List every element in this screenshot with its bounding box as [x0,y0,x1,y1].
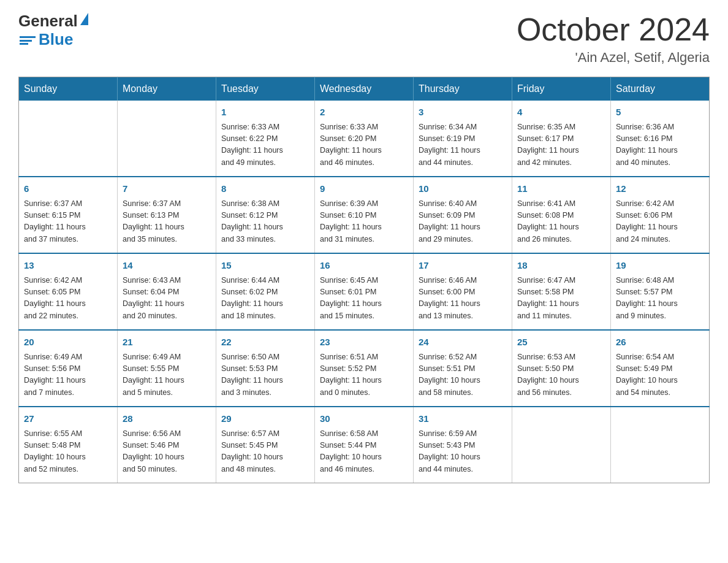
day-number: 11 [517,182,605,196]
day-info: Sunrise: 6:36 AM Sunset: 6:16 PM Dayligh… [616,121,704,169]
page-subtitle: 'Ain Azel, Setif, Algeria [517,50,710,66]
calendar-cell: 22Sunrise: 6:50 AM Sunset: 5:53 PM Dayli… [216,330,315,407]
calendar-cell: 2Sunrise: 6:33 AM Sunset: 6:20 PM Daylig… [315,101,414,177]
logo-blue-text: Blue [39,30,73,49]
calendar-cell: 31Sunrise: 6:59 AM Sunset: 5:43 PM Dayli… [414,407,512,483]
calendar-cell [512,407,611,483]
day-number: 24 [419,335,507,350]
day-number: 9 [320,182,408,196]
weekday-header-saturday: Saturday [611,77,710,101]
logo-bars-icon [20,36,36,45]
calendar-cell: 11Sunrise: 6:41 AM Sunset: 6:08 PM Dayli… [512,177,611,253]
calendar-cell: 7Sunrise: 6:37 AM Sunset: 6:13 PM Daylig… [118,177,216,253]
day-info: Sunrise: 6:44 AM Sunset: 6:02 PM Dayligh… [221,275,309,323]
day-number: 21 [123,335,211,350]
day-info: Sunrise: 6:58 AM Sunset: 5:44 PM Dayligh… [320,428,408,476]
page-header: General Blue October 2024 'Ain Azel, Set… [18,12,710,66]
calendar-cell [19,101,118,177]
logo: General Blue [18,12,88,49]
logo-triangle-icon [80,13,88,25]
calendar-cell: 14Sunrise: 6:43 AM Sunset: 6:04 PM Dayli… [118,253,216,330]
calendar-cell: 12Sunrise: 6:42 AM Sunset: 6:06 PM Dayli… [611,177,710,253]
calendar-week-row: 27Sunrise: 6:55 AM Sunset: 5:48 PM Dayli… [19,407,710,483]
calendar-cell: 4Sunrise: 6:35 AM Sunset: 6:17 PM Daylig… [512,101,611,177]
day-info: Sunrise: 6:55 AM Sunset: 5:48 PM Dayligh… [24,428,112,476]
day-number: 15 [221,259,309,273]
day-info: Sunrise: 6:52 AM Sunset: 5:51 PM Dayligh… [419,351,507,399]
weekday-header-thursday: Thursday [414,77,512,101]
calendar-week-row: 20Sunrise: 6:49 AM Sunset: 5:56 PM Dayli… [19,330,710,407]
calendar-cell [611,407,710,483]
weekday-header-sunday: Sunday [19,77,118,101]
calendar-cell: 25Sunrise: 6:53 AM Sunset: 5:50 PM Dayli… [512,330,611,407]
day-info: Sunrise: 6:51 AM Sunset: 5:52 PM Dayligh… [320,351,408,399]
weekday-header-monday: Monday [118,77,216,101]
day-info: Sunrise: 6:45 AM Sunset: 6:01 PM Dayligh… [320,275,408,323]
day-number: 19 [616,259,704,273]
day-number: 29 [221,412,309,426]
day-info: Sunrise: 6:33 AM Sunset: 6:22 PM Dayligh… [221,121,309,169]
day-number: 4 [517,105,605,120]
day-number: 20 [24,335,112,350]
day-info: Sunrise: 6:43 AM Sunset: 6:04 PM Dayligh… [123,275,211,323]
calendar-week-row: 1Sunrise: 6:33 AM Sunset: 6:22 PM Daylig… [19,101,710,177]
day-number: 22 [221,335,309,350]
day-info: Sunrise: 6:57 AM Sunset: 5:45 PM Dayligh… [221,428,309,476]
calendar-cell: 10Sunrise: 6:40 AM Sunset: 6:09 PM Dayli… [414,177,512,253]
day-number: 8 [221,182,309,196]
day-number: 13 [24,259,112,273]
weekday-header-tuesday: Tuesday [216,77,315,101]
calendar-cell: 9Sunrise: 6:39 AM Sunset: 6:10 PM Daylig… [315,177,414,253]
day-number: 3 [419,105,507,120]
day-number: 2 [320,105,408,120]
day-info: Sunrise: 6:37 AM Sunset: 6:13 PM Dayligh… [123,198,211,246]
calendar-cell: 20Sunrise: 6:49 AM Sunset: 5:56 PM Dayli… [19,330,118,407]
weekday-header-row: SundayMondayTuesdayWednesdayThursdayFrid… [19,77,710,101]
day-info: Sunrise: 6:42 AM Sunset: 6:05 PM Dayligh… [24,275,112,323]
calendar-cell: 15Sunrise: 6:44 AM Sunset: 6:02 PM Dayli… [216,253,315,330]
day-number: 18 [517,259,605,273]
calendar-cell: 5Sunrise: 6:36 AM Sunset: 6:16 PM Daylig… [611,101,710,177]
day-info: Sunrise: 6:42 AM Sunset: 6:06 PM Dayligh… [616,198,704,246]
weekday-header-wednesday: Wednesday [315,77,414,101]
calendar-cell: 13Sunrise: 6:42 AM Sunset: 6:05 PM Dayli… [19,253,118,330]
day-number: 30 [320,412,408,426]
calendar-cell: 24Sunrise: 6:52 AM Sunset: 5:51 PM Dayli… [414,330,512,407]
day-number: 16 [320,259,408,273]
title-block: October 2024 'Ain Azel, Setif, Algeria [517,12,710,66]
day-number: 7 [123,182,211,196]
calendar-cell: 18Sunrise: 6:47 AM Sunset: 5:58 PM Dayli… [512,253,611,330]
calendar-cell: 26Sunrise: 6:54 AM Sunset: 5:49 PM Dayli… [611,330,710,407]
day-number: 28 [123,412,211,426]
calendar-cell: 17Sunrise: 6:46 AM Sunset: 6:00 PM Dayli… [414,253,512,330]
day-info: Sunrise: 6:37 AM Sunset: 6:15 PM Dayligh… [24,198,112,246]
calendar-cell: 30Sunrise: 6:58 AM Sunset: 5:44 PM Dayli… [315,407,414,483]
calendar-week-row: 13Sunrise: 6:42 AM Sunset: 6:05 PM Dayli… [19,253,710,330]
day-info: Sunrise: 6:56 AM Sunset: 5:46 PM Dayligh… [123,428,211,476]
calendar-cell [118,101,216,177]
page-title: October 2024 [517,12,710,47]
day-number: 12 [616,182,704,196]
day-info: Sunrise: 6:49 AM Sunset: 5:56 PM Dayligh… [24,351,112,399]
day-info: Sunrise: 6:35 AM Sunset: 6:17 PM Dayligh… [517,121,605,169]
calendar-cell: 27Sunrise: 6:55 AM Sunset: 5:48 PM Dayli… [19,407,118,483]
calendar-cell: 16Sunrise: 6:45 AM Sunset: 6:01 PM Dayli… [315,253,414,330]
weekday-header-friday: Friday [512,77,611,101]
day-info: Sunrise: 6:48 AM Sunset: 5:57 PM Dayligh… [616,275,704,323]
day-info: Sunrise: 6:41 AM Sunset: 6:08 PM Dayligh… [517,198,605,246]
day-info: Sunrise: 6:34 AM Sunset: 6:19 PM Dayligh… [419,121,507,169]
calendar-cell: 19Sunrise: 6:48 AM Sunset: 5:57 PM Dayli… [611,253,710,330]
day-number: 25 [517,335,605,350]
calendar-cell: 6Sunrise: 6:37 AM Sunset: 6:15 PM Daylig… [19,177,118,253]
calendar-cell: 28Sunrise: 6:56 AM Sunset: 5:46 PM Dayli… [118,407,216,483]
day-info: Sunrise: 6:49 AM Sunset: 5:55 PM Dayligh… [123,351,211,399]
logo-general-text: General [18,12,78,30]
calendar-cell: 8Sunrise: 6:38 AM Sunset: 6:12 PM Daylig… [216,177,315,253]
calendar-cell: 1Sunrise: 6:33 AM Sunset: 6:22 PM Daylig… [216,101,315,177]
day-number: 14 [123,259,211,273]
day-info: Sunrise: 6:50 AM Sunset: 5:53 PM Dayligh… [221,351,309,399]
day-number: 27 [24,412,112,426]
calendar-cell: 29Sunrise: 6:57 AM Sunset: 5:45 PM Dayli… [216,407,315,483]
day-info: Sunrise: 6:47 AM Sunset: 5:58 PM Dayligh… [517,275,605,323]
day-number: 1 [221,105,309,120]
